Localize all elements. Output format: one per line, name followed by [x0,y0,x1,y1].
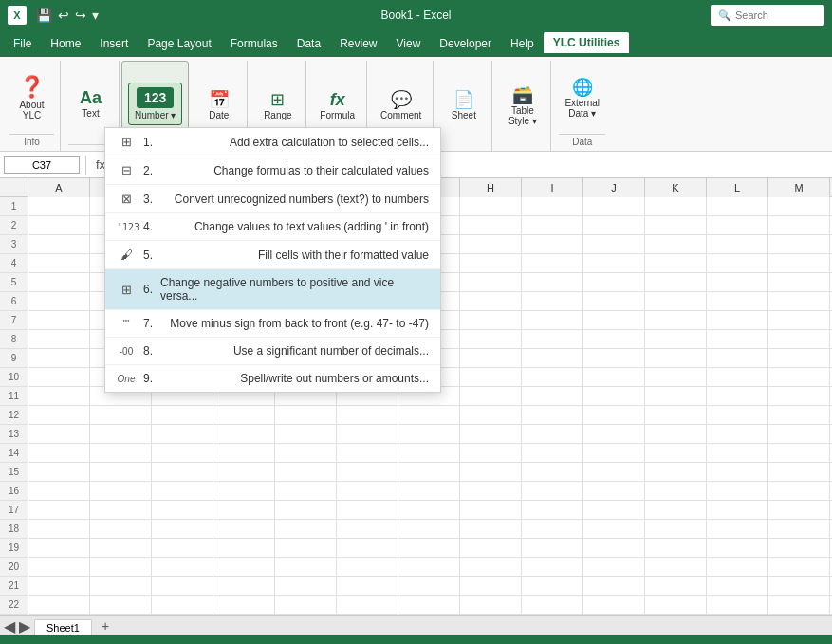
cell-K10[interactable] [645,368,707,387]
cell-H13[interactable] [460,425,522,444]
cell-K21[interactable] [645,577,707,596]
cell-L3[interactable] [707,235,768,254]
cell-F17[interactable] [337,501,398,520]
menu-view[interactable]: View [387,33,431,54]
row-num-19[interactable]: 19 [0,539,28,557]
cell-L16[interactable] [707,482,768,501]
cell-C13[interactable] [152,425,213,444]
cell-I2[interactable] [522,216,583,235]
menu-ylc-utilities[interactable]: YLC Utilities [544,32,630,55]
table-style-button[interactable]: 🗃️ TableStyle ▾ [503,83,543,130]
cell-M15[interactable] [768,463,830,482]
cell-I17[interactable] [522,501,583,520]
cell-J15[interactable] [583,463,645,482]
cell-G21[interactable] [398,577,460,596]
cell-B20[interactable] [90,558,152,577]
menu-page-layout[interactable]: Page Layout [138,33,220,54]
cell-B17[interactable] [90,501,152,520]
cell-E13[interactable] [275,425,337,444]
menu-help[interactable]: Help [501,33,544,54]
cell-F21[interactable] [337,577,398,596]
cell-K6[interactable] [645,292,707,311]
cell-I14[interactable] [522,444,583,463]
row-num-11[interactable]: 11 [0,387,28,405]
col-header-A[interactable]: A [28,178,90,197]
cell-A11[interactable] [28,387,90,406]
cell-E14[interactable] [275,444,337,463]
cell-A15[interactable] [28,463,90,482]
cell-I5[interactable] [522,273,583,292]
cell-A6[interactable] [28,292,90,311]
row-num-22[interactable]: 22 [0,596,28,614]
cell-K2[interactable] [645,216,707,235]
menu-formulas[interactable]: Formulas [221,33,287,54]
cell-L8[interactable] [707,330,768,349]
row-num-20[interactable]: 20 [0,558,28,576]
row-num-1[interactable]: 1 [0,197,28,215]
cell-A12[interactable] [28,406,90,425]
cell-H10[interactable] [460,368,522,387]
col-header-H[interactable]: H [460,178,522,197]
row-num-7[interactable]: 7 [0,311,28,329]
col-header-J[interactable]: J [583,178,645,197]
cell-E22[interactable] [275,596,337,615]
cell-A20[interactable] [28,558,90,577]
cell-M22[interactable] [768,596,830,615]
row-num-8[interactable]: 8 [0,330,28,348]
cell-J16[interactable] [583,482,645,501]
cell-K11[interactable] [645,387,707,406]
cell-I1[interactable] [522,197,583,216]
cell-E16[interactable] [275,482,337,501]
cell-C20[interactable] [152,558,213,577]
cell-C22[interactable] [152,596,213,615]
cell-E18[interactable] [275,520,337,539]
cell-I20[interactable] [522,558,583,577]
dropdown-item-1[interactable]: ⊞ 1. Add extra calculation to selected c… [105,128,440,156]
cell-K18[interactable] [645,520,707,539]
row-num-5[interactable]: 5 [0,273,28,291]
cell-D14[interactable] [213,444,275,463]
cell-M11[interactable] [768,387,830,406]
menu-file[interactable]: File [4,33,41,54]
cell-J10[interactable] [583,368,645,387]
cell-L9[interactable] [707,349,768,368]
cell-K14[interactable] [645,444,707,463]
cell-M18[interactable] [768,520,830,539]
cell-D21[interactable] [213,577,275,596]
add-sheet-button[interactable]: + [94,616,117,635]
cell-L19[interactable] [707,539,768,558]
cell-G18[interactable] [398,520,460,539]
cell-C21[interactable] [152,577,213,596]
col-header-K[interactable]: K [645,178,707,197]
cell-I6[interactable] [522,292,583,311]
text-button[interactable]: Aa Text [72,85,110,122]
cell-J2[interactable] [583,216,645,235]
cell-K13[interactable] [645,425,707,444]
cell-F19[interactable] [337,539,398,558]
cell-J4[interactable] [583,254,645,273]
cell-D16[interactable] [213,482,275,501]
cell-M3[interactable] [768,235,830,254]
cell-J11[interactable] [583,387,645,406]
cell-H7[interactable] [460,311,522,330]
row-num-21[interactable]: 21 [0,577,28,595]
cell-D22[interactable] [213,596,275,615]
menu-insert[interactable]: Insert [90,33,138,54]
cell-K12[interactable] [645,406,707,425]
cell-D19[interactable] [213,539,275,558]
row-num-10[interactable]: 10 [0,368,28,386]
row-num-13[interactable]: 13 [0,425,28,443]
cell-J21[interactable] [583,577,645,596]
cell-I8[interactable] [522,330,583,349]
cell-G22[interactable] [398,596,460,615]
cell-C15[interactable] [152,463,213,482]
cell-D15[interactable] [213,463,275,482]
cell-G14[interactable] [398,444,460,463]
row-num-2[interactable]: 2 [0,216,28,234]
cell-H15[interactable] [460,463,522,482]
cell-I16[interactable] [522,482,583,501]
undo-button[interactable]: ↩ [58,8,69,23]
cell-H14[interactable] [460,444,522,463]
cell-G15[interactable] [398,463,460,482]
cell-H2[interactable] [460,216,522,235]
